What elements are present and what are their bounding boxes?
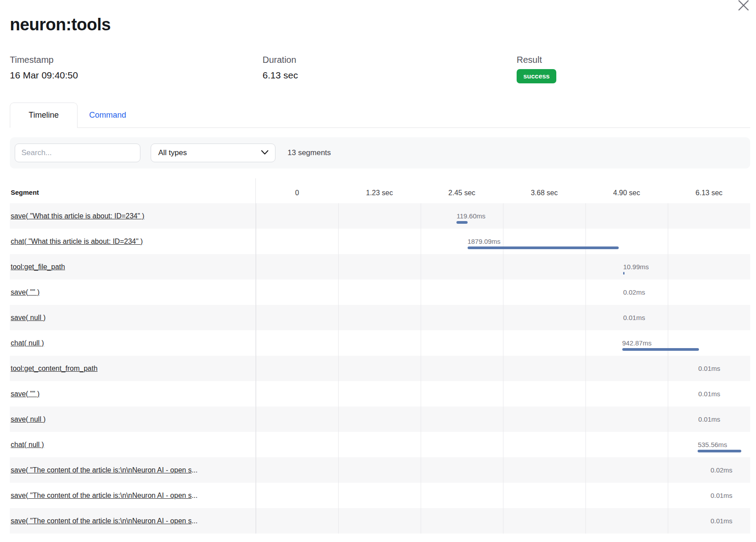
segment-link[interactable]: save( "" ): [11, 390, 40, 398]
table-row: save( null ) 0.01ms: [10, 305, 750, 330]
tabs-bar: Timeline Command: [10, 102, 750, 128]
table-row: tool:get_file_path 10.99ms: [10, 254, 750, 279]
segment-name-cell: chat( null ): [10, 432, 255, 457]
segment-duration-label: 10.99ms: [623, 263, 649, 271]
table-row: save( null ) 0.01ms: [10, 406, 750, 432]
duration-value: 6.13 sec: [263, 70, 517, 81]
segment-name-cell: tool:get_file_path: [10, 254, 255, 279]
segment-name-cell: save( "The content of the article is:\n\…: [10, 457, 255, 483]
segment-name-cell: save( null ): [10, 305, 255, 330]
chevron-down-icon: [261, 149, 269, 157]
segment-link[interactable]: save( "The content of the article is:\n\…: [11, 517, 197, 525]
segment-name-cell: save( "The content of the article is:\n\…: [10, 483, 255, 508]
trace-detail-modal: neuron:tools Timestamp 16 Mar 09:40:50 D…: [0, 0, 756, 542]
segment-count: 13 segments: [288, 148, 331, 157]
segment-timeline-cell: 942.87ms: [255, 330, 750, 356]
segment-timeline-cell: 0.01ms: [255, 381, 750, 406]
timestamp-label: Timestamp: [10, 54, 263, 65]
table-header: Segment 0 1.23 sec 2.45 sec 3.68 sec 4.9…: [10, 168, 750, 203]
segment-duration-label: 0.02ms: [711, 466, 732, 474]
segment-duration-label: 0.01ms: [711, 517, 732, 525]
search-input[interactable]: [15, 144, 140, 162]
segment-column-header: Segment: [10, 189, 255, 203]
table-row: save( "The content of the article is:\n\…: [10, 457, 750, 483]
table-row: chat( "What this article is about: ID=23…: [10, 229, 750, 254]
tab-command[interactable]: Command: [78, 103, 138, 128]
segment-timeline-cell: 119.60ms: [255, 203, 750, 229]
time-tick: 1.23 sec: [338, 189, 421, 203]
table-row: chat( null ) 535.56ms: [10, 432, 750, 457]
segment-duration-label: 0.01ms: [698, 390, 720, 398]
close-button[interactable]: [735, 0, 750, 13]
segment-timeline-cell: 0.01ms: [255, 483, 750, 508]
timestamp-value: 16 Mar 09:40:50: [10, 70, 263, 81]
segment-link[interactable]: save( "The content of the article is:\n\…: [11, 492, 197, 500]
table-row: save( "" ) 0.01ms: [10, 381, 750, 406]
time-tick: 3.68 sec: [503, 189, 585, 203]
segment-timeline-cell: 535.56ms: [255, 432, 750, 457]
segment-duration-label: 1879.09ms: [468, 238, 501, 246]
segment-name-cell: chat( null ): [10, 330, 255, 356]
segment-duration-bar: [456, 221, 467, 224]
table-row: save( "The content of the article is:\n\…: [10, 508, 750, 534]
segment-link[interactable]: chat( null ): [11, 441, 44, 449]
segment-timeline-cell: 0.01ms: [255, 508, 750, 534]
segment-duration-bar: [698, 450, 741, 452]
segment-link[interactable]: save( "" ): [11, 288, 40, 296]
segment-name-cell: tool:get_content_from_path: [10, 356, 255, 381]
segment-rows: save( "What this article is about: ID=23…: [10, 203, 750, 534]
status-badge: success: [517, 69, 556, 83]
segment-duration-bar: [623, 272, 625, 275]
segment-timeline-cell: 0.01ms: [255, 305, 750, 330]
segment-duration-bar: [622, 348, 699, 351]
segment-link[interactable]: save( "The content of the article is:\n\…: [11, 466, 197, 474]
segment-link[interactable]: tool:get_content_from_path: [11, 365, 98, 373]
table-row: chat( null ) 942.87ms: [10, 330, 750, 356]
segment-duration-label: 0.01ms: [698, 415, 720, 423]
segment-duration-label: 942.87ms: [622, 339, 652, 347]
time-tick: 0: [256, 189, 338, 203]
result-label: Result: [517, 54, 750, 65]
segment-link[interactable]: save( null ): [11, 314, 45, 322]
segment-link[interactable]: tool:get_file_path: [11, 263, 65, 271]
segment-timeline-cell: 0.02ms: [255, 279, 750, 305]
segment-name-cell: save( "" ): [10, 279, 255, 305]
segment-name-cell: chat( "What this article is about: ID=23…: [10, 229, 255, 254]
segment-timeline-cell: 1879.09ms: [255, 229, 750, 254]
segment-name-cell: save( null ): [10, 406, 255, 432]
type-filter-value: All types: [158, 148, 187, 157]
type-filter-select[interactable]: All types: [151, 144, 275, 162]
table-row: save( "The content of the article is:\n\…: [10, 483, 750, 508]
segment-link[interactable]: chat( null ): [11, 339, 44, 347]
segment-name-cell: save( "" ): [10, 381, 255, 406]
segment-duration-label: 0.02ms: [623, 288, 645, 296]
segment-link[interactable]: save( null ): [11, 415, 45, 423]
table-row: tool:get_content_from_path 0.01ms: [10, 356, 750, 381]
table-row: save( "What this article is about: ID=23…: [10, 203, 750, 229]
segment-duration-label: 0.01ms: [623, 314, 645, 322]
tab-timeline[interactable]: Timeline: [10, 103, 78, 128]
segment-name-cell: save( "What this article is about: ID=23…: [10, 203, 255, 229]
time-tick: 6.13 sec: [668, 189, 750, 203]
segment-name-cell: save( "The content of the article is:\n\…: [10, 508, 255, 534]
time-tick: 2.45 sec: [421, 189, 503, 203]
segment-link[interactable]: save( "What this article is about: ID=23…: [11, 212, 144, 220]
segment-duration-label: 0.01ms: [698, 365, 720, 373]
segment-duration-label: 0.01ms: [711, 492, 732, 500]
filter-toolbar: All types 13 segments: [10, 137, 750, 168]
table-row: save( "" ) 0.02ms: [10, 279, 750, 305]
segment-duration-label: 535.56ms: [698, 441, 727, 449]
segment-timeline-cell: 0.02ms: [255, 457, 750, 483]
meta-row: Timestamp 16 Mar 09:40:50 Duration 6.13 …: [10, 54, 750, 83]
segment-timeline-cell: 0.01ms: [255, 406, 750, 432]
segment-timeline-cell: 10.99ms: [255, 254, 750, 279]
page-title: neuron:tools: [10, 0, 750, 35]
close-icon: [735, 0, 750, 13]
segment-timeline-cell: 0.01ms: [255, 356, 750, 381]
time-tick: 4.90 sec: [585, 189, 668, 203]
time-axis: 0 1.23 sec 2.45 sec 3.68 sec 4.90 sec 6.…: [255, 178, 750, 203]
duration-label: Duration: [263, 54, 517, 65]
segment-duration-bar: [468, 246, 619, 249]
segment-link[interactable]: chat( "What this article is about: ID=23…: [11, 238, 143, 246]
segment-duration-label: 119.60ms: [456, 212, 485, 220]
